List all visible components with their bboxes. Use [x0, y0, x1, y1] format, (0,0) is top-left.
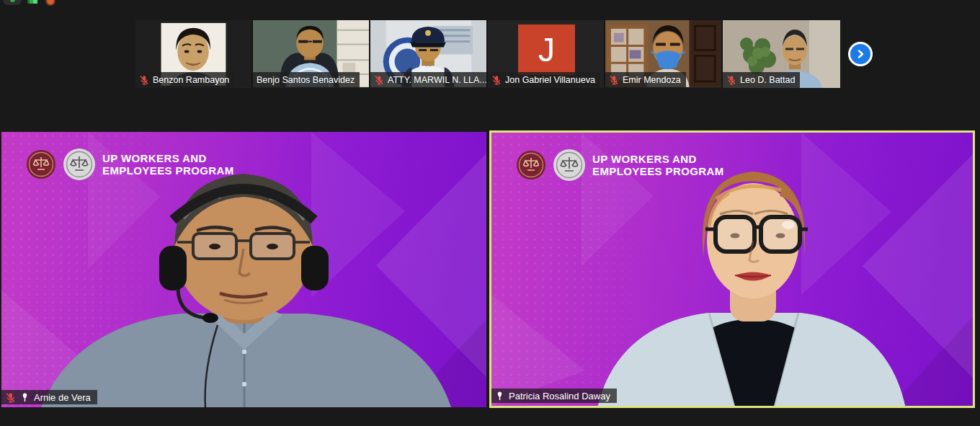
participant-nameplate: Jon Gabriel Villanueva — [488, 72, 600, 88]
main-video-arnie[interactable]: UP WORKERS AND EMPLOYEES PROGRAM — [1, 132, 486, 407]
participant-portrait — [491, 133, 973, 406]
participant-name: Emir Mendoza — [623, 75, 681, 85]
participant-nameplate: ATTY. MARWIL N. LLA... — [370, 72, 486, 88]
participant-name: ATTY. MARWIL N. LLA... — [388, 75, 487, 85]
participant-tile-leo[interactable]: Leo D. Battad — [723, 20, 840, 88]
participant-nameplate: Benjo Santos Benavidez — [253, 72, 360, 88]
muted-mic-icon — [374, 75, 384, 85]
connection-quality-icon — [27, 0, 37, 4]
participant-filmstrip: Benzon Rambayon Benjo Santos Benavidez — [135, 20, 840, 88]
participant-nameplate: Patricia Rosalind Daway — [491, 389, 617, 403]
recording-dot-icon — [45, 0, 56, 6]
participant-nameplate: Emir Mendoza — [605, 72, 686, 88]
initial-avatar: J — [518, 25, 575, 75]
muted-mic-icon — [609, 75, 619, 85]
zoom-meeting-window: Benzon Rambayon Benjo Santos Benavidez — [0, 0, 980, 426]
participant-name: Benjo Santos Benavidez — [257, 75, 355, 85]
participant-name: Patricia Rosalind Daway — [509, 391, 610, 401]
muted-mic-icon — [726, 75, 736, 85]
participant-tile-marwil[interactable]: ATTY. MARWIL N. LLA... — [370, 20, 488, 88]
participant-tile-benzon[interactable]: Benzon Rambayon — [135, 20, 253, 88]
chevron-right-icon — [855, 49, 865, 59]
participant-name: Benzon Rambayon — [153, 75, 229, 85]
main-video-patricia[interactable]: UP WORKERS AND EMPLOYEES PROGRAM — [489, 130, 975, 408]
pin-icon — [495, 391, 504, 401]
participant-name: Jon Gabriel Villanueva — [505, 75, 595, 85]
participant-nameplate: Benzon Rambayon — [135, 72, 234, 88]
muted-mic-icon — [491, 75, 502, 85]
muted-mic-icon — [139, 75, 149, 85]
participant-portrait — [1, 132, 486, 407]
participant-name: Leo D. Battad — [740, 75, 795, 85]
muted-mic-icon — [5, 392, 16, 403]
pin-icon — [20, 393, 30, 402]
participant-tile-emir[interactable]: Emir Mendoza — [605, 20, 723, 88]
security-shield-pill[interactable] — [3, 0, 22, 5]
participant-nameplate: Leo D. Battad — [723, 72, 800, 88]
participant-nameplate: Arnie de Vera — [1, 390, 97, 404]
participant-tile-jon[interactable]: J Jon Gabriel Villanueva — [488, 20, 605, 88]
participant-name: Arnie de Vera — [34, 392, 91, 403]
security-shield-icon — [10, 0, 15, 2]
participant-tile-benjo[interactable]: Benjo Santos Benavidez — [253, 20, 370, 88]
meeting-status-bar — [0, 0, 86, 9]
avatar-initial: J — [538, 30, 555, 69]
filmstrip-next-button[interactable] — [848, 42, 873, 66]
